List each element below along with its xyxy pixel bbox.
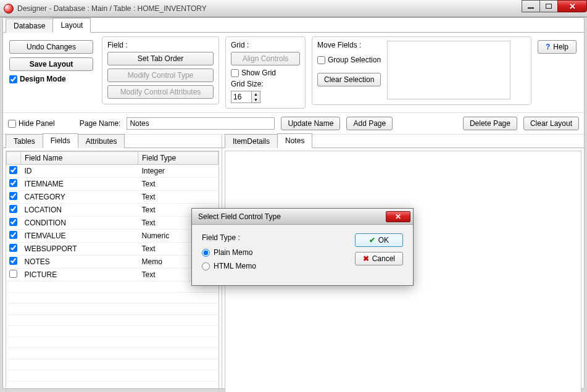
field-row-checkbox[interactable] (9, 270, 17, 278)
modify-control-type-button[interactable]: Modify Control Type (107, 69, 214, 82)
modify-control-attributes-button[interactable]: Modify Control Attributes (107, 85, 214, 99)
tab-attributes[interactable]: Attributes (78, 134, 125, 148)
page-name-input[interactable] (127, 117, 275, 130)
field-row-checkbox[interactable] (9, 231, 17, 239)
update-name-button[interactable]: Update Name (281, 117, 340, 130)
table-row[interactable]: WEBSUPPORTText (7, 243, 219, 256)
spinner-down-icon[interactable]: ▼ (252, 97, 260, 102)
field-row-checkbox[interactable] (9, 166, 17, 174)
group-selection-input[interactable] (317, 56, 325, 64)
show-grid-input[interactable] (231, 69, 239, 77)
toolbar-left-column: Undo Changes Save Layout Design Mode (6, 36, 98, 83)
dialog-close-button[interactable]: ✕ (386, 211, 410, 222)
field-name-cell: PICTURE (21, 269, 138, 281)
table-row-empty (7, 359, 219, 370)
dialog-fields: Field Type : Plain Memo HTML Memo (202, 233, 343, 275)
tab-database[interactable]: Database (6, 19, 53, 33)
col-field-type[interactable]: Field Type (138, 152, 219, 165)
cancel-button[interactable]: ✖ Cancel (355, 252, 403, 265)
hide-panel-label: Hide Panel (19, 119, 55, 128)
maximize-icon (546, 4, 552, 9)
app-icon (4, 4, 14, 14)
table-row[interactable]: CATEGORYText (7, 191, 219, 204)
dialog-title: Select Field Control Type (198, 212, 281, 221)
tab-layout[interactable]: Layout (52, 18, 91, 33)
table-row[interactable]: NOTESMemo (7, 256, 219, 269)
move-fields-listbox[interactable] (387, 41, 510, 99)
minimize-button[interactable] (522, 0, 540, 12)
ok-button[interactable]: ✔ OK (355, 233, 403, 247)
tab-notes[interactable]: Notes (277, 133, 312, 148)
grid-size-input[interactable] (231, 91, 251, 102)
tab-tables[interactable]: Tables (6, 134, 43, 148)
client-area: Database Layout Undo Changes Save Layout… (2, 17, 585, 389)
help-label: Help (553, 43, 568, 51)
table-row[interactable]: ITEMVALUENumeric (7, 230, 219, 243)
radio-html-memo[interactable]: HTML Memo (202, 262, 343, 270)
align-controls-button[interactable]: Align Controls (231, 52, 300, 65)
dialog-body: Field Type : Plain Memo HTML Memo ✔ OK ✖ (192, 225, 413, 285)
tab-itemdetails[interactable]: ItemDetails (225, 134, 278, 148)
table-row[interactable]: PICTUREText (7, 269, 219, 281)
table-row[interactable]: LOCATIONText (7, 204, 219, 217)
field-name-cell: LOCATION (21, 204, 138, 217)
help-icon: ? (546, 43, 550, 51)
tab-fields[interactable]: Fields (43, 133, 78, 148)
fields-table-container[interactable]: Field Name Field Type IDIntegerITEMNAMET… (6, 151, 219, 392)
table-row-empty (7, 315, 219, 326)
hide-panel-input[interactable] (8, 120, 16, 128)
save-layout-button[interactable]: Save Layout (9, 57, 93, 71)
grid-group-label: Grid : (231, 41, 300, 49)
maximize-button[interactable] (539, 0, 558, 12)
field-group: Field : Set Tab Order Modify Control Typ… (102, 36, 219, 104)
hide-panel-checkbox[interactable]: Hide Panel (8, 119, 55, 128)
table-row[interactable]: CONDITIONText (7, 217, 219, 230)
field-row-checkbox[interactable] (9, 205, 17, 213)
radio-plain-memo[interactable]: Plain Memo (202, 248, 343, 257)
clear-layout-button[interactable]: Clear Layout (523, 117, 579, 130)
group-selection-label: Group Selection (328, 56, 381, 64)
close-icon: ✕ (395, 212, 401, 221)
x-icon: ✖ (363, 254, 369, 263)
add-page-button[interactable]: Add Page (346, 117, 393, 130)
field-row-checkbox[interactable] (9, 218, 17, 226)
design-mode-input[interactable] (9, 75, 17, 83)
delete-page-button[interactable]: Delete Page (463, 117, 517, 130)
right-tabstrip: ItemDetails Notes (222, 135, 584, 148)
table-row[interactable]: IDInteger (7, 165, 219, 178)
clear-selection-button[interactable]: Clear Selection (317, 73, 381, 86)
field-row-checkbox[interactable] (9, 244, 17, 252)
field-name-cell: ID (21, 165, 138, 178)
grid-size-spinner[interactable]: ▲ ▼ (231, 91, 260, 103)
close-button[interactable]: ✕ (557, 0, 587, 12)
field-name-cell: CATEGORY (21, 191, 138, 204)
group-selection-checkbox[interactable]: Group Selection (317, 56, 381, 64)
table-row-empty (7, 326, 219, 337)
field-name-cell: CONDITION (21, 217, 138, 230)
field-row-checkbox[interactable] (9, 192, 17, 200)
field-row-checkbox[interactable] (9, 179, 17, 187)
table-row-empty (7, 304, 219, 315)
field-row-checkbox[interactable] (9, 257, 17, 265)
col-check[interactable] (7, 152, 21, 165)
grid-size-label: Grid Size: (231, 80, 300, 88)
table-row[interactable]: ITEMNAMEText (7, 178, 219, 191)
left-tabstrip: Tables Fields Attributes (3, 135, 222, 148)
ok-label: OK (378, 236, 389, 244)
field-type-cell: Text (138, 191, 219, 204)
design-mode-checkbox[interactable]: Design Mode (9, 75, 93, 83)
titlebar: Designer - Database : Main / Table : HOM… (0, 0, 587, 17)
fields-table: Field Name Field Type IDIntegerITEMNAMET… (6, 151, 219, 392)
field-name-cell: WEBSUPPORT (21, 243, 138, 256)
col-field-name[interactable]: Field Name (21, 152, 138, 165)
set-tab-order-button[interactable]: Set Tab Order (107, 52, 214, 65)
radio-html-memo-input[interactable] (202, 262, 210, 270)
spinner-up-icon[interactable]: ▲ (252, 91, 260, 97)
field-type-cell: Integer (138, 165, 219, 178)
help-button[interactable]: ? Help (538, 40, 577, 54)
show-grid-checkbox[interactable]: Show Grid (231, 69, 300, 77)
radio-plain-memo-input[interactable] (202, 249, 210, 257)
undo-changes-button[interactable]: Undo Changes (9, 40, 93, 54)
table-row-empty (7, 281, 219, 293)
toolbar: Undo Changes Save Layout Design Mode Fie… (3, 33, 584, 112)
